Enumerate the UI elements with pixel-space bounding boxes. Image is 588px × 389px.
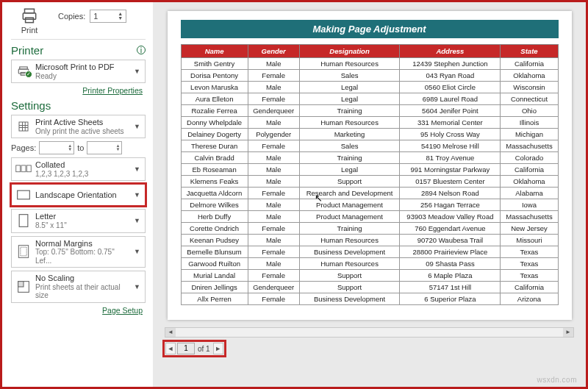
table-cell: Oklahoma: [501, 176, 558, 188]
table-cell: Female: [248, 93, 299, 105]
scaling-icon: [15, 279, 32, 295]
table-cell: Male: [248, 211, 299, 223]
table-cell: Aura Elleton: [181, 93, 248, 105]
svg-rect-6: [19, 122, 28, 131]
orientation-label: Landscape Orientation: [35, 190, 132, 200]
table-cell: Business Development: [299, 246, 400, 258]
table-cell: Delainey Dogerty: [181, 129, 248, 140]
table-cell: California: [501, 282, 558, 293]
table-header: Name: [181, 45, 248, 58]
table-cell: 5604 Jenifer Point: [400, 105, 501, 117]
table-cell: Male: [248, 82, 299, 93]
scaling-select[interactable]: No Scaling Print sheets at their actual …: [11, 271, 146, 303]
page-icon: [15, 213, 32, 229]
table-cell: Female: [248, 270, 299, 282]
chevron-down-icon[interactable]: ▼: [132, 165, 142, 173]
prev-page-button[interactable]: ◄: [165, 343, 176, 354]
table-row: Donny WhelpdaleMaleHuman Resources331 Me…: [181, 117, 558, 129]
preview-page: Making Page Adjustment NameGenderDesigna…: [168, 11, 572, 320]
copies-label: Copies:: [58, 12, 85, 21]
table-row: Murial LandalFemaleSupport6 Maple PlazaT…: [181, 270, 558, 282]
table-cell: Training: [299, 105, 400, 117]
table-cell: Therese Duran: [181, 140, 248, 152]
table-cell: Dniren Jellings: [181, 282, 248, 293]
info-icon[interactable]: i: [137, 46, 146, 54]
svg-rect-13: [26, 165, 31, 172]
table-cell: Garwood Ruilton: [181, 258, 248, 270]
table-cell: 760 Eggendart Avenue: [400, 223, 501, 235]
table-cell: 12439 Stephen Junction: [400, 58, 501, 70]
scroll-right-icon[interactable]: ►: [563, 328, 573, 337]
table-cell: Oklahoma: [501, 70, 558, 82]
table-cell: Support: [299, 270, 400, 282]
table-cell: Delmore Wilkes: [181, 199, 248, 211]
chevron-down-icon[interactable]: ▼: [132, 217, 142, 224]
table-cell: Eb Roseaman: [181, 164, 248, 176]
pages-to-input[interactable]: ▲▼: [87, 141, 122, 154]
table-cell: 2894 Nelson Road: [400, 188, 501, 199]
table-cell: Iowa: [501, 199, 558, 211]
spinner-arrows-icon[interactable]: ▲▼: [68, 144, 72, 151]
chevron-down-icon[interactable]: ▼: [132, 248, 142, 255]
pages-from-input[interactable]: ▲▼: [39, 141, 74, 154]
table-cell: Levon Maruska: [181, 82, 248, 93]
collate-select[interactable]: Collated 1,2,3 1,2,3 1,2,3 ▼: [11, 157, 146, 181]
table-cell: Business Development: [299, 293, 400, 305]
chevron-down-icon[interactable]: ▼: [132, 123, 142, 130]
copies-spinner[interactable]: 1 ▲▼: [90, 10, 126, 23]
table-cell: 81 Troy Avenue: [400, 152, 501, 164]
scroll-left-icon[interactable]: ◄: [165, 328, 176, 337]
table-cell: Colorado: [501, 152, 558, 164]
table-cell: 0560 Eliot Circle: [400, 82, 501, 93]
chevron-down-icon[interactable]: ▼: [132, 68, 142, 75]
print-button[interactable]: Print: [11, 7, 48, 35]
margins-select[interactable]: Normal Margins Top: 0.75" Bottom: 0.75" …: [11, 236, 146, 268]
table-header: Address: [400, 45, 501, 58]
table-cell: Human Resources: [299, 258, 400, 270]
paper-size-select[interactable]: Letter 8.5" x 11" ▼: [11, 209, 146, 232]
chevron-down-icon[interactable]: ▼: [132, 191, 142, 199]
table-cell: Klemens Feaks: [181, 176, 248, 188]
horizontal-scrollbar[interactable]: ◄ ►: [165, 327, 574, 338]
svg-rect-12: [21, 165, 26, 172]
current-page-input[interactable]: 1: [177, 343, 195, 354]
table-cell: Product Management: [299, 211, 400, 223]
table-row: Eb RoseamanMaleLegal991 Morningstar Park…: [181, 164, 558, 176]
table-cell: Male: [248, 258, 299, 270]
table-cell: Genderqueer: [248, 105, 299, 117]
page-setup-link[interactable]: Page Setup: [11, 306, 143, 315]
table-cell: Legal: [299, 164, 400, 176]
table-cell: 93903 Meadow Valley Road: [400, 211, 501, 223]
spinner-arrows-icon[interactable]: ▲▼: [115, 144, 120, 151]
table-cell: Legal: [299, 93, 400, 105]
table-row: Jacquetta AldcornFemaleResearch and Deve…: [181, 188, 558, 199]
table-cell: Corette Ondrich: [181, 223, 248, 235]
table-cell: Texas: [501, 258, 558, 270]
orientation-select[interactable]: Landscape Orientation ▼: [11, 184, 146, 206]
table-cell: 6 Superior Plaza: [400, 293, 501, 305]
table-row: Calvin BraddMaleTraining81 Troy AvenueCo…: [181, 152, 558, 164]
spinner-arrows-icon[interactable]: ▲▼: [118, 12, 123, 21]
table-cell: Female: [248, 223, 299, 235]
page-navigator: ◄ 1 of 1 ►: [165, 342, 224, 355]
table-row: Aura ElletonFemaleLegal6989 Laurel RoadC…: [181, 93, 558, 105]
svg-rect-17: [21, 248, 26, 257]
printer-properties-link[interactable]: Printer Properties: [11, 86, 143, 95]
printer-heading: Printer: [11, 44, 43, 57]
table-row: Therese DuranFemaleSales54190 Melrose Hi…: [181, 140, 558, 152]
print-active-label: Print Active Sheets: [35, 118, 132, 127]
table-cell: California: [501, 164, 558, 176]
table-cell: Wisconsin: [501, 82, 558, 93]
svg-rect-15: [19, 215, 28, 227]
table-row: Dniren JellingsGenderqueerSupport57147 1…: [181, 282, 558, 293]
printer-select[interactable]: ✓ Microsoft Print to PDF Ready ▼: [11, 60, 146, 83]
chevron-down-icon[interactable]: ▼: [132, 283, 142, 290]
svg-rect-0: [25, 9, 35, 13]
page-total-label: of 1: [196, 345, 212, 353]
landscape-icon: [15, 187, 32, 203]
margins-label: Normal Margins: [35, 239, 132, 249]
next-page-button[interactable]: ►: [213, 343, 223, 354]
printer-icon: [18, 7, 40, 26]
print-what-select[interactable]: Print Active Sheets Only print the activ…: [11, 115, 146, 138]
table-cell: Male: [248, 164, 299, 176]
